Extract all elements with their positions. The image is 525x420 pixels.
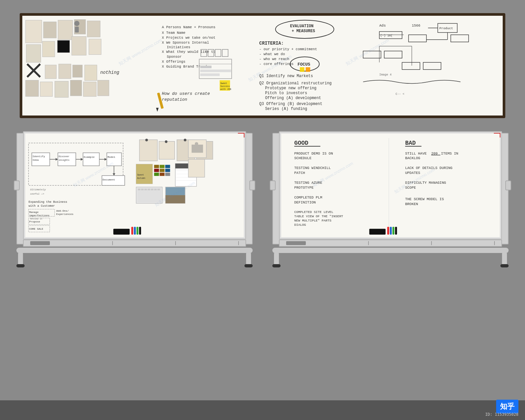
svg-text:- our priority + commitment: - our priority + commitment [259,48,317,52]
svg-rect-18 [55,81,69,97]
svg-rect-36 [215,50,221,57]
svg-rect-61 [300,67,304,72]
svg-text:Add-Ons/: Add-Ons/ [56,209,69,212]
knob-right [249,180,255,190]
svg-point-23 [74,21,79,26]
svg-text:TABLE VIEW OF THE "INSERT: TABLE VIEW OF THE "INSERT [294,215,343,218]
tray-divider-2 [175,241,176,245]
wheel-right [244,264,253,267]
svg-rect-161 [151,189,154,190]
svg-point-134 [184,139,186,141]
svg-text:DIALOG: DIALOG [294,223,306,227]
top-board-frame: nothing A Persons Name + Pronouns X Team… [20,13,505,118]
svg-rect-167 [188,159,205,177]
svg-text:TESTING WINDCHILL: TESTING WINDCHILL [294,166,331,170]
svg-rect-24 [75,27,79,32]
svg-rect-129 [139,140,158,161]
svg-rect-204 [387,227,389,235]
svg-text:BROKEN: BROKEN [405,202,418,206]
svg-text:Product: Product [439,27,453,30]
zhihu-badge: 知乎 [496,400,518,413]
svg-text:A Persons Name + Pronouns: A Persons Name + Pronouns [162,25,215,29]
stand-right-leg-r [502,253,507,266]
tray-divider-r3 [494,241,495,245]
svg-text:ITEMS IN: ITEMS IN [441,152,458,156]
svg-text:reputation: reputation [162,97,187,102]
bottom-left-whiteboard: Identify Idea Discover insights Example [13,131,256,262]
board-surface-right: GOOD PRODUCT DEMO IS ON SCHEDULE TESTING… [281,134,500,237]
svg-rect-203 [369,229,386,235]
svg-rect-140 [154,165,159,168]
svg-text:Q2  Organizational restructuri: Q2 Organizational restructuring [259,81,332,86]
svg-text:EVALUATION: EVALUATION [290,24,313,29]
svg-rect-207 [395,227,397,235]
svg-text:知天网 www.znzmo.com: 知天网 www.znzmo.com [312,161,354,188]
svg-rect-169 [131,227,133,235]
svg-text:PRODUCT DEMO IS ON: PRODUCT DEMO IS ON [294,152,333,156]
tray-divider [112,241,113,245]
svg-text:THE SCREW MODEL IS: THE SCREW MODEL IS [405,197,444,201]
svg-text:GOOD: GOOD [294,140,308,146]
svg-text:BAD: BAD [405,140,416,146]
bottom-right-whiteboard: GOOD PRODUCT DEMO IS ON SCHEDULE TESTING… [269,131,512,262]
board-bar-right [272,248,509,253]
board-tray-left [23,240,246,247]
svg-marker-50 [156,108,159,112]
board-frame-right: GOOD PRODUCT DEMO IS ON SCHEDULE TESTING… [279,131,502,240]
svg-rect-41 [200,70,231,72]
svg-rect-85 [384,51,402,58]
tray-divider-r2 [431,241,432,245]
svg-rect-146 [154,173,159,176]
svg-text:C-- <: C-- < [396,93,405,96]
svg-rect-157 [138,189,140,190]
svg-text:with a Customer: with a Customer [29,204,55,208]
svg-rect-145 [165,169,170,172]
svg-text:X  Projects we take on/not: X Projects we take on/not [162,36,215,40]
board-surface-left: Identify Idea Discover insights Example [25,134,244,237]
knob-left [14,180,20,190]
svg-text:X  Offerings: X Offerings [162,60,185,64]
svg-text:Sweet: Sweet [137,174,144,176]
svg-rect-21 [97,80,109,96]
svg-text:X  Team Name: X Team Name [162,31,185,35]
svg-rect-8 [87,21,100,37]
svg-text:X  We Sponsors Internal: X We Sponsors Internal [162,41,209,45]
svg-text:Identify: Identify [32,155,45,158]
stand-left-leg [18,253,23,266]
svg-rect-168 [113,229,130,235]
svg-text:COMPLETED SITE LEVEL: COMPLETED SITE LEVEL [294,210,333,214]
svg-text:COMPLETED PLM: COMPLETED PLM [294,196,322,200]
svg-text:UPDATES: UPDATES [405,171,420,175]
svg-rect-4 [26,45,41,62]
svg-text:with JON: with JON [220,88,231,91]
svg-text:Ultimately: Ultimately [30,188,46,191]
svg-rect-170 [134,227,136,235]
svg-text:- what we do: - what we do [259,52,285,56]
svg-rect-40 [200,66,212,68]
svg-rect-158 [141,189,144,190]
svg-rect-144 [160,169,165,172]
svg-rect-1 [43,22,56,38]
svg-rect-162 [154,189,157,190]
wheel-right-r [500,264,509,267]
svg-point-131 [145,139,148,141]
svg-text:Offering (A) development: Offering (A) development [265,96,321,100]
svg-text:FOCUS: FOCUS [298,62,310,67]
svg-rect-88 [423,62,441,70]
svg-marker-112 [113,173,115,176]
svg-text:CORE SALE: CORE SALE [29,227,43,230]
svg-text:Discover: Discover [58,155,69,158]
svg-marker-99 [55,158,58,161]
svg-rect-105 [83,153,99,166]
svg-rect-206 [392,227,394,235]
svg-text:Series (A) funding: Series (A) funding [265,107,307,111]
svg-rect-171 [136,227,138,235]
svg-text:知天网 www.znzmo.com: 知天网 www.znzmo.com [117,37,163,67]
svg-text:Prototype new offering: Prototype new offering [265,86,317,91]
svg-rect-141 [160,165,165,168]
svg-rect-42 [200,74,220,76]
svg-rect-14 [73,65,82,77]
svg-text:知天网 www.znzmo.com: 知天网 www.znzmo.com [345,37,390,67]
svg-text:Experiences: Experiences [56,213,74,216]
svg-rect-130 [159,141,175,159]
